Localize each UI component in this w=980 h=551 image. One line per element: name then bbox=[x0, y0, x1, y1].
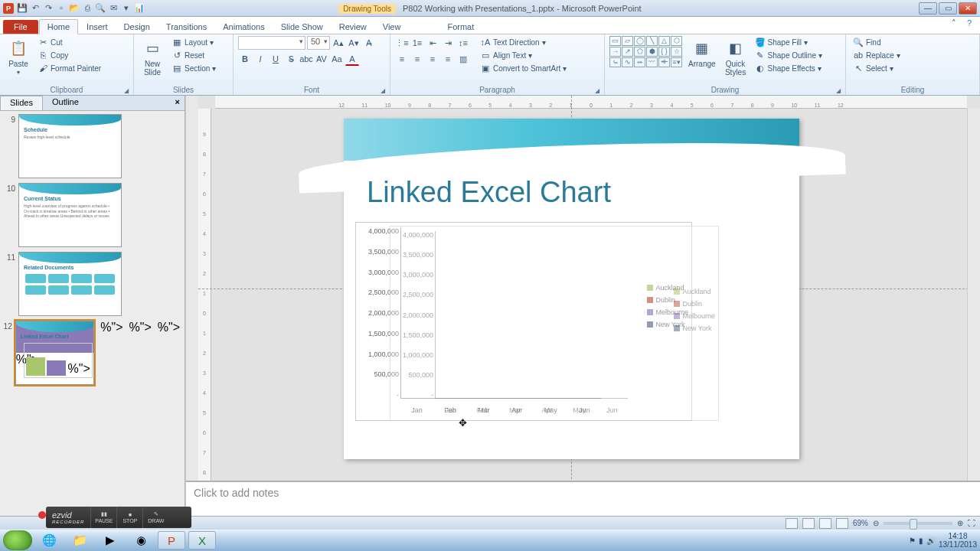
recorder-draw-button[interactable]: ✎DRAW bbox=[142, 507, 168, 528]
shadow-icon[interactable]: abc bbox=[299, 52, 313, 66]
align-text-button[interactable]: ▭Align Text ▾ bbox=[478, 49, 569, 61]
tab-review[interactable]: Review bbox=[332, 20, 374, 34]
align-center-icon[interactable]: ≡ bbox=[410, 52, 424, 66]
file-tab[interactable]: File bbox=[3, 20, 38, 34]
zoom-out-icon[interactable]: ⊖ bbox=[873, 519, 879, 527]
copy-button[interactable]: ⎘Copy bbox=[35, 49, 103, 61]
bold-icon[interactable]: B bbox=[238, 52, 252, 66]
decrease-indent-icon[interactable]: ⇤ bbox=[426, 36, 439, 50]
slide-title[interactable]: Linked Excel Chart bbox=[367, 176, 611, 209]
start-button[interactable] bbox=[3, 530, 32, 550]
strike-icon[interactable]: S̶ bbox=[284, 52, 298, 66]
new-icon[interactable]: ▫ bbox=[56, 3, 67, 14]
print-icon[interactable]: ⎙ bbox=[82, 3, 93, 14]
fit-window-icon[interactable]: ⛶ bbox=[968, 519, 975, 527]
zoom-slider[interactable] bbox=[884, 522, 952, 525]
arrange-button[interactable]: ▦Arrange bbox=[685, 36, 719, 70]
text-direction-button[interactable]: ↕AText Direction ▾ bbox=[478, 36, 569, 48]
columns-icon[interactable]: ▥ bbox=[456, 52, 470, 66]
taskbar-chrome-icon[interactable]: ◉ bbox=[127, 531, 155, 549]
tray-flag-icon[interactable]: ⚑ bbox=[909, 536, 916, 545]
cut-button[interactable]: ✂Cut bbox=[35, 36, 103, 48]
tab-format[interactable]: Format bbox=[439, 20, 482, 34]
slides-tab[interactable]: Slides bbox=[0, 96, 43, 110]
taskbar-explorer-icon[interactable]: 📁 bbox=[66, 531, 93, 549]
tray-clock[interactable]: 14:1813/11/2013 bbox=[939, 532, 977, 549]
spacing-icon[interactable]: AV bbox=[315, 52, 328, 66]
tab-design[interactable]: Design bbox=[116, 20, 158, 34]
align-right-icon[interactable]: ≡ bbox=[426, 52, 439, 66]
canvas-scrollbar[interactable] bbox=[967, 109, 980, 517]
slide-thumbnail[interactable]: 12Linked Excel Chart%">%">%">%">%"> bbox=[2, 321, 183, 385]
align-left-icon[interactable]: ≡ bbox=[395, 52, 409, 66]
layout-button[interactable]: ▦Layout ▾ bbox=[169, 36, 218, 48]
normal-view-icon[interactable] bbox=[786, 518, 798, 529]
font-family-combo[interactable] bbox=[238, 36, 305, 50]
section-button[interactable]: ▤Section ▾ bbox=[169, 62, 218, 74]
chart-icon[interactable]: 📊 bbox=[134, 3, 145, 14]
open-icon[interactable]: 📂 bbox=[69, 3, 80, 14]
slide-canvas[interactable]: 1211109876543210123456789101112 98765432… bbox=[198, 96, 980, 517]
tray-volume-icon[interactable]: 🔊 bbox=[926, 536, 936, 545]
reset-button[interactable]: ↺Reset bbox=[169, 49, 218, 61]
change-case-icon[interactable]: Aa bbox=[330, 52, 344, 66]
recorder-stop-button[interactable]: ■STOP bbox=[116, 507, 142, 528]
tab-view[interactable]: View bbox=[375, 20, 409, 34]
shape-effects-button[interactable]: ◐Shape Effects ▾ bbox=[753, 62, 825, 74]
convert-smartart-button[interactable]: ▣Convert to SmartArt ▾ bbox=[478, 62, 569, 74]
dialog-launcher-icon[interactable]: ◢ bbox=[124, 87, 129, 94]
qat-more-icon[interactable]: ▾ bbox=[121, 3, 132, 14]
line-spacing-icon[interactable]: ↕≡ bbox=[456, 36, 470, 50]
font-color-icon[interactable]: A bbox=[345, 52, 359, 66]
tab-slideshow[interactable]: Slide Show bbox=[273, 20, 331, 34]
shrink-font-icon[interactable]: A▾ bbox=[347, 36, 361, 50]
maximize-button[interactable]: ▭ bbox=[939, 2, 957, 15]
font-size-combo[interactable]: 50 bbox=[307, 36, 330, 50]
justify-icon[interactable]: ≡ bbox=[441, 52, 455, 66]
sorter-view-icon[interactable] bbox=[802, 518, 815, 529]
numbering-icon[interactable]: 1≡ bbox=[410, 36, 424, 50]
new-slide-button[interactable]: ▭New Slide bbox=[139, 36, 166, 78]
outline-tab[interactable]: Outline bbox=[43, 96, 88, 110]
save-icon[interactable]: ✉ bbox=[108, 3, 119, 14]
reading-view-icon[interactable] bbox=[819, 518, 831, 529]
dialog-launcher-icon[interactable]: ◢ bbox=[595, 87, 599, 94]
italic-icon[interactable]: I bbox=[253, 52, 267, 66]
help-icon[interactable]: ? bbox=[963, 18, 975, 31]
notes-pane[interactable]: Click to add notes bbox=[186, 481, 980, 517]
close-panel-icon[interactable]: × bbox=[171, 96, 185, 110]
slide-thumbnail[interactable]: 11Related Documents bbox=[2, 252, 183, 316]
dialog-launcher-icon[interactable]: ◢ bbox=[836, 87, 841, 94]
taskbar-media-icon[interactable]: ▶ bbox=[96, 531, 124, 549]
zoom-level[interactable]: 69% bbox=[853, 519, 868, 527]
replace-button[interactable]: abReplace ▾ bbox=[851, 49, 903, 61]
format-painter-button[interactable]: 🖌Format Painter bbox=[35, 62, 103, 74]
redo-icon[interactable]: ↷ bbox=[43, 3, 54, 14]
taskbar-powerpoint-icon[interactable]: P bbox=[158, 531, 185, 549]
slideshow-view-icon[interactable] bbox=[836, 518, 848, 529]
shape-fill-button[interactable]: 🪣Shape Fill ▾ bbox=[753, 36, 825, 48]
underline-icon[interactable]: U bbox=[269, 52, 283, 66]
slide-thumbnail[interactable]: 10Current StatusHigh-level overview of p… bbox=[2, 183, 183, 247]
paste-button[interactable]: 📋Paste▾ bbox=[5, 36, 32, 77]
panel-scrollbar[interactable] bbox=[185, 96, 198, 517]
select-button[interactable]: ↖Select ▾ bbox=[851, 62, 903, 74]
preview-icon[interactable]: 🔍 bbox=[95, 3, 106, 14]
shape-outline-button[interactable]: ✎Shape Outline ▾ bbox=[753, 49, 825, 61]
dialog-launcher-icon[interactable]: ◢ bbox=[381, 87, 385, 94]
shapes-gallery[interactable]: ▭▱◯╲△⬡ →↗⬠⬢{ }☆ ⤿∿⬰〰⬲≡▾ bbox=[609, 36, 682, 67]
tab-transitions[interactable]: Transitions bbox=[158, 20, 214, 34]
slide-thumbnail[interactable]: 9ScheduleReview high-level schedule bbox=[2, 114, 183, 178]
recorder-pause-button[interactable]: ▮▮PAUSE bbox=[90, 507, 116, 528]
taskbar-ie-icon[interactable]: 🌐 bbox=[35, 531, 63, 549]
tab-insert[interactable]: Insert bbox=[79, 20, 116, 34]
close-button[interactable]: ✕ bbox=[959, 2, 977, 15]
tray-network-icon[interactable]: ▮ bbox=[919, 536, 923, 545]
clear-format-icon[interactable]: A̶ bbox=[362, 36, 376, 50]
slide[interactable]: Linked Excel Chart 4,000,0003,500,0003,0… bbox=[344, 119, 799, 459]
find-button[interactable]: 🔍Find bbox=[851, 36, 903, 48]
tab-animations[interactable]: Animations bbox=[215, 20, 272, 34]
save-icon[interactable]: 💾 bbox=[17, 3, 28, 14]
tab-home[interactable]: Home bbox=[39, 19, 78, 34]
bullets-icon[interactable]: ⋮≡ bbox=[395, 36, 409, 50]
